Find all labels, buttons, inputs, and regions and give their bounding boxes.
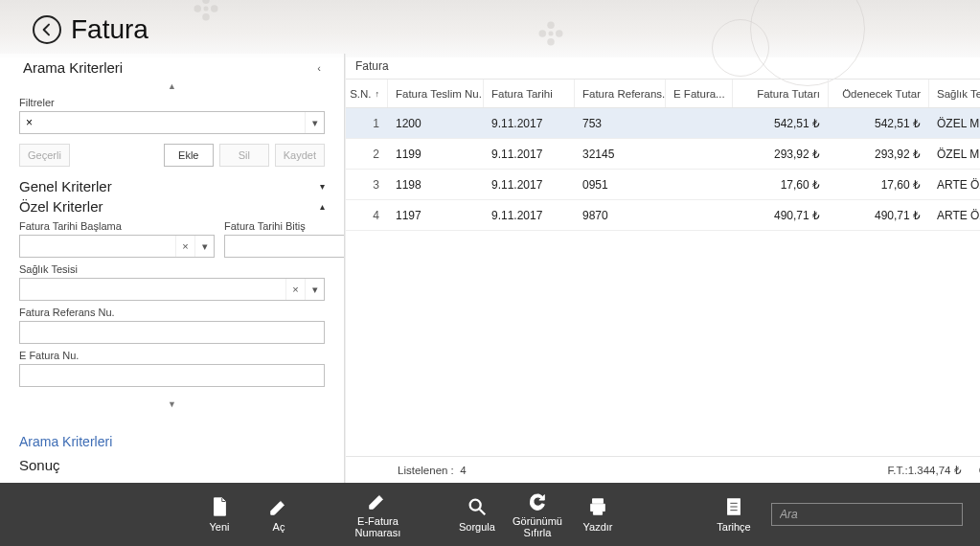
data-grid: Fatura S.N.↑ Fatura Teslim Nu. Fatura Ta… [345,54,980,483]
table-row[interactable]: 311989.11.2017095117,60 ₺17,60 ₺ARTE ÖZE… [346,170,980,200]
col-tarih[interactable]: Fatura Tarihi [484,80,575,107]
col-ref[interactable]: Fatura Referans... [575,80,666,107]
print-icon [587,496,608,517]
clear-icon[interactable]: × [285,279,305,300]
ekle-button[interactable]: Ekle [164,144,214,167]
cell-ref: 32145 [575,139,666,169]
cell-sn: 2 [346,139,388,169]
cell-ref: 753 [575,108,666,138]
sil-button: Sil [219,144,269,167]
cell-sn: 4 [346,200,388,230]
scroll-down-indicator[interactable]: ▼ [0,399,344,409]
chevron-down-icon[interactable]: ▾ [305,279,324,300]
collapse-sidebar-button[interactable]: ‹ [317,62,321,74]
efnu-input[interactable] [20,365,324,386]
col-teslim[interactable]: Fatura Teslim Nu. [388,80,484,107]
chevron-down-icon[interactable]: ▾ [194,236,214,257]
cell-odenecek: 17,60 ₺ [829,170,929,199]
filters-input[interactable] [20,112,305,133]
cell-odenecek: 293,92 ₺ [829,139,929,169]
genel-kriterler-header[interactable]: Genel Kriterler [19,178,112,194]
ozel-kriterler-header[interactable]: Özel Kriterler [19,198,103,215]
bitis-date-input[interactable]: × ▾ [224,235,344,258]
ft-total: F.T.:1.344,74 ₺ [888,464,962,477]
refnu-input[interactable] [20,322,324,343]
col-tesis[interactable]: Sağlık Tesisi [929,80,980,107]
table-row[interactable]: 211999.11.201732145293,92 ₺293,92 ₺ÖZEL … [346,139,980,170]
cell-tutar: 542,51 ₺ [733,108,829,138]
cell-tarih: 9.11.2017 [484,170,575,199]
col-odenecek[interactable]: Ödenecek Tutar [829,80,929,107]
cell-efatura [666,139,733,169]
efnu-label: E Fatura Nu. [19,350,325,361]
edit-icon [367,490,388,512]
new-doc-icon [209,496,230,517]
cell-teslim: 1197 [388,200,484,230]
gorunum-reset-button[interactable]: Görünümü Sıfırla [507,490,568,538]
cell-odenecek: 542,51 ₺ [829,108,929,138]
scroll-up-indicator[interactable]: ▲ [0,81,344,91]
cell-odenecek: 490,71 ₺ [829,200,929,230]
bitis-label: Fatura Tarihi Bitiş [224,220,344,232]
cell-teslim: 1198 [388,170,484,199]
search-box[interactable] [771,503,963,526]
results-header[interactable]: Sonuç [19,457,325,473]
tarihce-button[interactable]: Tarihçe [704,496,763,533]
chevron-down-icon[interactable]: ▾ [305,112,324,133]
refnu-input-wrap[interactable] [19,321,325,344]
baslama-label: Fatura Tarihi Başlama [19,220,215,232]
cell-tutar: 17,60 ₺ [733,170,829,199]
cell-efatura [666,170,733,199]
clear-icon[interactable]: × [175,236,194,257]
svg-line-11 [480,510,486,515]
tesis-label: Sağlık Tesisi [19,263,325,275]
col-sn[interactable]: S.N.↑ [346,80,388,107]
svg-point-10 [470,500,481,511]
sort-asc-icon: ↑ [376,89,380,99]
cell-tarih: 9.11.2017 [484,108,575,138]
yazdir-button[interactable]: Yazdır [568,496,627,533]
cell-tarih: 9.11.2017 [484,139,575,169]
efatura-button[interactable]: E-Fatura Numarası [344,490,411,538]
cell-tarih: 9.11.2017 [484,200,575,230]
cell-tesis: ARTE ÖZEL HEKİMKÖ [929,170,980,199]
chevron-up-icon[interactable]: ▴ [320,201,325,212]
back-button[interactable] [33,15,61,44]
sidebar: Arama Kriterleri ‹ ▲ Filtreler ▾ Geçerli… [0,54,345,483]
cell-teslim: 1200 [388,108,484,138]
search-criteria-title: Arama Kriterleri [23,59,123,76]
chevron-down-icon[interactable]: ▾ [320,181,325,192]
efnu-input-wrap[interactable] [19,364,325,387]
tesis-input[interactable] [20,279,285,300]
cell-tutar: 490,71 ₺ [733,200,829,230]
search-criteria-link[interactable]: Arama Kriterleri [19,434,325,449]
yeni-button[interactable]: Yeni [190,496,249,533]
refnu-label: Fatura Referans Nu. [19,307,325,318]
cell-sn: 3 [346,170,388,199]
cell-efatura [666,108,733,138]
baslama-input[interactable] [20,236,175,257]
sorgula-button[interactable]: Sorgula [447,496,507,533]
table-row[interactable]: 411979.11.20179870490,71 ₺490,71 ₺ARTE Ö… [346,200,980,231]
grid-title: Fatura [346,54,980,80]
search-icon [467,496,488,517]
bottom-toolbar: Yeni Aç E-Fatura Numarası Sorgula Görünü… [0,483,980,546]
listed-label: Listelenen : [398,465,454,476]
tesis-combo[interactable]: × ▾ [19,278,325,301]
col-efatura[interactable]: E Fatura... [666,80,733,107]
cell-sn: 1 [346,108,388,138]
refresh-icon [527,490,548,512]
search-input[interactable] [771,503,963,526]
cell-ref: 9870 [575,200,666,230]
col-tutar[interactable]: Fatura Tutarı [733,80,829,107]
ac-button[interactable]: Aç [249,496,308,533]
cell-teslim: 1199 [388,139,484,169]
table-row[interactable]: 112009.11.2017753542,51 ₺542,51 ₺ÖZEL ME… [346,108,980,139]
cell-tesis: ARTE ÖZEL HEKİMKÖ [929,200,980,230]
cell-ref: 0951 [575,170,666,199]
baslama-date-input[interactable]: × ▾ [19,235,215,258]
listed-count: 4 [460,465,466,476]
bitis-input[interactable] [225,236,344,257]
cell-tutar: 293,92 ₺ [733,139,829,169]
filters-combo[interactable]: ▾ [19,111,325,134]
